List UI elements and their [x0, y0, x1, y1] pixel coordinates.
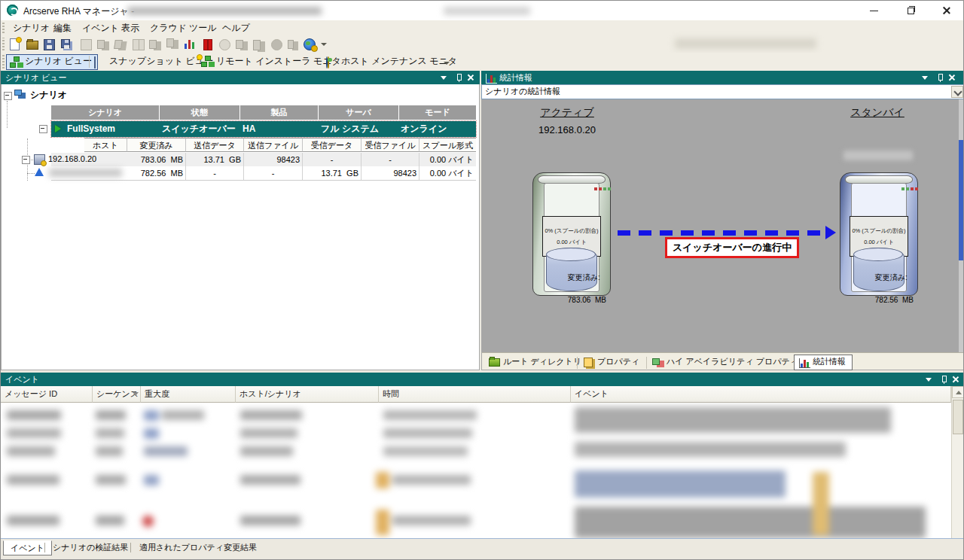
- cell-spool: 0.00 バイト: [419, 153, 476, 166]
- bottom-tab-validation[interactable]: シナリオの検証結果: [46, 540, 135, 554]
- tab-ha-properties[interactable]: ハイ アベイラビリティ プロパティ: [648, 355, 804, 369]
- sync-icon[interactable]: [96, 37, 111, 51]
- column-header-scenario[interactable]: シナリオ: [51, 105, 160, 120]
- restore-button[interactable]: [893, 1, 927, 20]
- link-icon[interactable]: [286, 37, 301, 51]
- standby-server-graphic: 0% (スプールの割合) 0.00 バイト 変更済み: 782.56 MB: [840, 172, 918, 296]
- event-scrollbar[interactable]: [951, 386, 964, 538]
- stats-selector[interactable]: シナリオの統計情報: [481, 84, 964, 99]
- host-column-host[interactable]: ホスト: [84, 138, 127, 152]
- panel-close-button[interactable]: [948, 74, 957, 82]
- statistics-icon[interactable]: [182, 37, 197, 51]
- scenario-panel-title: シナリオ ビュー: [5, 71, 67, 84]
- tree-expander[interactable]: [4, 92, 12, 100]
- event-col-host-scenario[interactable]: ホスト/シナリオ: [236, 386, 379, 403]
- column-header-server[interactable]: サーバ: [319, 105, 399, 120]
- open-scenario-icon[interactable]: [24, 37, 39, 51]
- scroll-up-button[interactable]: [952, 386, 964, 398]
- integrity-test-icon[interactable]: [148, 37, 163, 51]
- panel-pin-button[interactable]: [939, 376, 948, 384]
- save-icon[interactable]: [41, 37, 56, 51]
- minimize-button[interactable]: [857, 1, 891, 20]
- event-col-event[interactable]: イベント: [571, 386, 951, 403]
- new-scenario-icon[interactable]: [7, 37, 22, 51]
- scrollbar-thumb[interactable]: [953, 400, 963, 434]
- event-col-severity[interactable]: 重大度: [141, 386, 236, 403]
- column-header-state[interactable]: 状態: [160, 105, 240, 120]
- tab-host-maintenance[interactable]: ホスト メンテナンス モニタ: [323, 54, 462, 68]
- column-header-mode[interactable]: モード: [399, 105, 476, 120]
- panel-menu-button[interactable]: [926, 378, 935, 386]
- host-column-sent-data[interactable]: 送信データ: [186, 138, 244, 152]
- tab-statistics[interactable]: 統計情報: [794, 355, 853, 370]
- offline-icon[interactable]: [269, 37, 284, 51]
- tab-separator: [646, 357, 647, 369]
- stats-selector-arrow[interactable]: [951, 86, 963, 98]
- menu-view[interactable]: 表示: [115, 20, 145, 35]
- stop-scenario-icon[interactable]: [78, 37, 93, 51]
- host-name[interactable]: 192.168.0.20: [48, 154, 96, 163]
- blurred-scenario-name: [127, 7, 322, 15]
- active-server-graphic: 0% (スプールの割合) 0.00 バイト 変更済み: 783.06 MB: [532, 172, 611, 296]
- disable-events-icon[interactable]: [217, 37, 232, 51]
- server-group-icon[interactable]: [252, 37, 267, 51]
- toolbar-overflow-icon[interactable]: [321, 43, 327, 46]
- tabbar-overflow-icon[interactable]: [444, 62, 450, 65]
- stats-panel-title: 統計情報: [499, 71, 532, 84]
- active-host-label: 192.168.0.20: [527, 124, 607, 135]
- host-config-icon[interactable]: [165, 37, 180, 51]
- menu-edit[interactable]: 編集: [47, 20, 78, 35]
- host-column-spool[interactable]: スプール形式: [419, 138, 476, 152]
- host-column-recv-files[interactable]: 受信ファイル: [362, 138, 419, 152]
- running-play-icon: [55, 125, 61, 132]
- snapshot-view-icon: [94, 56, 106, 67]
- copy-icon[interactable]: [234, 37, 249, 51]
- folder-icon: [489, 357, 500, 367]
- tab-host-maintenance-label: ホスト メンテナンス モニタ: [341, 56, 457, 66]
- stats-scrollbar[interactable]: [959, 99, 964, 352]
- event-col-message-id[interactable]: メッセージ ID: [1, 386, 93, 403]
- restore-icon: [908, 8, 914, 14]
- tab-properties[interactable]: プロパティ: [579, 355, 645, 369]
- host-column-changed[interactable]: 変更済み: [127, 138, 186, 152]
- panel-pin-button[interactable]: [454, 74, 463, 82]
- toolbar-grip[interactable]: [2, 38, 5, 50]
- host-column-sent-files[interactable]: 送信ファイル: [244, 138, 303, 152]
- column-header-product[interactable]: 製品: [240, 105, 319, 120]
- scenario-row-fullsystem[interactable]: FullSystem スイッチオーバー HA フル システム オンライン: [51, 121, 476, 137]
- tree-expander[interactable]: [22, 156, 30, 164]
- suspend-icon[interactable]: [200, 37, 215, 51]
- scenario-name: FullSystem: [67, 121, 115, 137]
- tree-line: [27, 173, 35, 175]
- cell-sent-data: 13.71 GB: [186, 153, 244, 166]
- event-col-sequence[interactable]: シーケンス: [93, 386, 141, 403]
- panel-close-button[interactable]: [467, 74, 476, 82]
- menu-help[interactable]: ヘルプ: [216, 20, 256, 35]
- web-portal-icon[interactable]: [302, 37, 317, 51]
- host-column-recv-data[interactable]: 受信データ: [303, 138, 362, 152]
- restore-data-icon[interactable]: [113, 37, 128, 51]
- tabbar-grip[interactable]: [2, 55, 5, 68]
- panel-menu-button[interactable]: [441, 76, 450, 84]
- changed-value: 782.56 MB: [875, 296, 914, 304]
- bottom-tab-applied-changes[interactable]: 適用されたプロパティ変更結果: [133, 540, 264, 554]
- panel-close-button[interactable]: [952, 376, 961, 384]
- events-panel-title: イベント: [5, 373, 39, 386]
- tree-expander[interactable]: [39, 125, 47, 133]
- tab-remote-installer-label: リモート インストーラ モニタ: [216, 56, 341, 66]
- event-col-time[interactable]: 時間: [379, 386, 571, 403]
- panel-menu-button[interactable]: [922, 76, 931, 84]
- save-all-icon[interactable]: [59, 37, 74, 51]
- scenario-server: フル システム: [321, 121, 379, 137]
- panel-pin-button[interactable]: [935, 74, 944, 82]
- blurred-host-name: [49, 169, 122, 177]
- menubar-grip[interactable]: [2, 23, 5, 33]
- close-button[interactable]: [929, 1, 963, 20]
- stats-tab-bar: ルート ディレクトリ プロパティ ハイ アベイラビリティ プロパティ 統計情報: [481, 352, 964, 370]
- changed-value: 783.06 MB: [568, 296, 606, 304]
- stats-scrollbar-thumb[interactable]: [959, 140, 964, 260]
- tab-root-directory[interactable]: ルート ディレクトリ: [485, 355, 587, 369]
- tab-scenario-view[interactable]: シナリオ ビュー: [6, 54, 98, 70]
- diff-report-icon[interactable]: [130, 37, 145, 51]
- tree-root-label[interactable]: シナリオ: [30, 89, 67, 102]
